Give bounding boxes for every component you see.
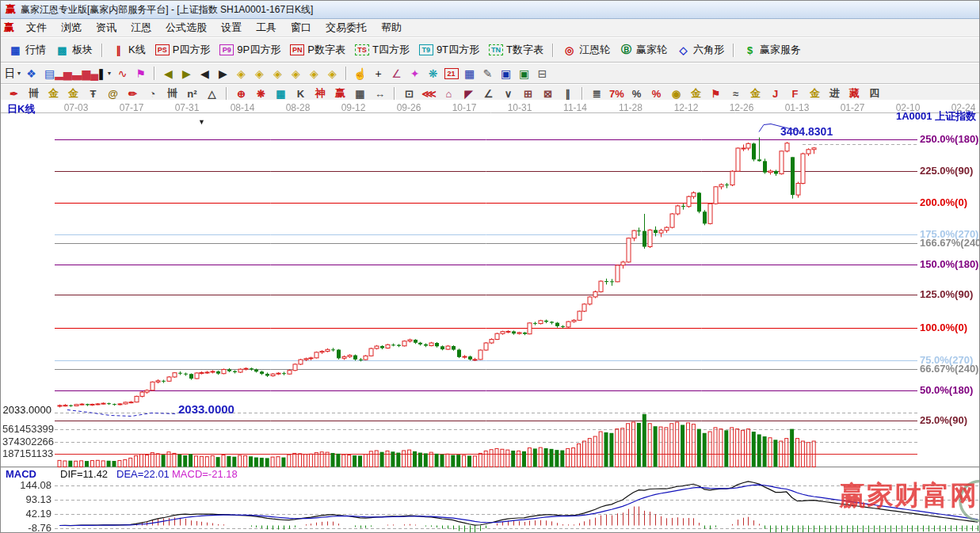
diamond-compress-icon[interactable]: ◈: [305, 65, 323, 82]
chart-area: 日K线 1A0001 上证指数 ▼ 3404.8301 2033.0000 20…: [1, 100, 980, 533]
diamond-all-icon[interactable]: ◈: [323, 65, 341, 82]
grid-comb-icon[interactable]: 卌: [24, 86, 44, 101]
red-pen-icon[interactable]: ✏: [123, 86, 143, 101]
menu-gann[interactable]: 江恩: [124, 19, 158, 36]
grid-lines-icon[interactable]: ⊞: [518, 86, 538, 101]
kline-button[interactable]: ∥K线: [107, 41, 151, 59]
first-page-icon[interactable]: ◀: [159, 65, 177, 82]
menu-file[interactable]: 文件: [19, 19, 54, 36]
parallel-lines-icon[interactable]: ∥: [558, 86, 578, 101]
fan-lines-icon[interactable]: ⋘: [419, 86, 439, 101]
wave-tool-icon[interactable]: ❋: [424, 65, 442, 82]
menu-browse[interactable]: 浏览: [54, 19, 89, 36]
p-square-button[interactable]: PSP四方形: [151, 41, 215, 59]
draw-flag-icon[interactable]: ⚑: [132, 65, 150, 82]
angle-tool-icon[interactable]: ∠: [387, 65, 406, 82]
v-lines-icon[interactable]: ∨: [498, 86, 518, 101]
f-trend-icon[interactable]: F: [785, 86, 805, 101]
diamond-up-icon[interactable]: ◈: [269, 65, 287, 82]
flag-pen-icon[interactable]: ⚑: [706, 86, 726, 101]
gold-square-2-icon[interactable]: 金: [63, 86, 83, 101]
9p-square-button[interactable]: P99P四方形: [215, 41, 285, 59]
p-number-table-button[interactable]: PNP数字表: [285, 41, 350, 59]
measure-icon[interactable]: ↔: [370, 86, 390, 101]
notes-icon[interactable]: ✎: [479, 65, 497, 82]
jin-trend-icon[interactable]: 进: [825, 86, 845, 101]
percent-table-icon[interactable]: ≣: [587, 86, 607, 101]
gold-lines-icon[interactable]: 金: [686, 86, 706, 101]
gold-trend-icon[interactable]: 金: [805, 86, 825, 101]
print-icon[interactable]: ⊟: [533, 65, 551, 82]
gann-draw-icon[interactable]: ✦: [406, 65, 424, 82]
hand-tool-icon[interactable]: ☝: [351, 65, 369, 82]
gold-2-icon[interactable]: 金: [745, 86, 765, 101]
quotes-button[interactable]: ▦行情: [4, 41, 51, 59]
percent-icon[interactable]: %: [627, 86, 646, 101]
j-trend-icon[interactable]: J: [765, 86, 785, 101]
diamond-left-icon[interactable]: ◈: [232, 65, 250, 82]
calendar-icon[interactable]: 21: [442, 65, 460, 82]
grid-target-icon[interactable]: ▦: [271, 86, 291, 101]
frame-tool-icon[interactable]: ⊡: [399, 86, 419, 101]
f-grid-icon[interactable]: Ŧ: [83, 86, 103, 101]
p-number-table-icon: PN: [290, 44, 304, 55]
chart-9-icon[interactable]: ▃▆▄: [77, 65, 95, 82]
si-trend-icon[interactable]: 四: [864, 86, 884, 101]
pentagon-icon[interactable]: ⌂: [439, 86, 459, 101]
spiral-icon[interactable]: @: [103, 86, 123, 101]
time-circle-icon[interactable]: ◔: [143, 86, 162, 101]
next-bar-icon[interactable]: ▶: [214, 65, 232, 82]
network-icon[interactable]: ❖: [22, 65, 40, 82]
save-icon[interactable]: ▣: [497, 65, 515, 82]
calculator-icon[interactable]: ▦: [460, 65, 479, 82]
prev-bar-icon[interactable]: ◀: [196, 65, 214, 82]
9t-square-button[interactable]: T99T四方形: [414, 41, 484, 59]
gann-pen-icon[interactable]: ✒: [4, 86, 24, 101]
sectors-button[interactable]: ▩板块: [51, 41, 97, 59]
menu-tools[interactable]: 工具: [249, 19, 284, 36]
diamond-right-icon[interactable]: ◈: [250, 65, 269, 82]
kline-icon: ∥: [112, 44, 125, 56]
ying-tool-icon[interactable]: 赢: [330, 86, 350, 101]
square-fan-icon[interactable]: ◤: [459, 86, 479, 101]
n-square-icon[interactable]: n²: [182, 86, 202, 101]
grid-arrow-icon[interactable]: ⊠: [538, 86, 558, 101]
percent-lines-icon[interactable]: %: [646, 86, 666, 101]
wave-lines-glyph: ≈: [733, 88, 738, 100]
wave-lines-icon[interactable]: ≈: [726, 86, 745, 101]
diamond-expand-icon[interactable]: ◈: [287, 65, 305, 82]
menu-news[interactable]: 资讯: [89, 19, 124, 36]
menu-settings[interactable]: 设置: [214, 19, 249, 36]
menu-formula-picker[interactable]: 公式选股: [158, 19, 214, 36]
gold-circle-icon[interactable]: ◉: [666, 86, 686, 101]
hexagon-button[interactable]: ◇六角形: [672, 41, 729, 59]
grid-number-icon[interactable]: ▦: [350, 86, 370, 101]
angle-tool-glyph: ∠: [391, 67, 402, 80]
last-page-icon[interactable]: ▶: [177, 65, 196, 82]
circle-cross-icon[interactable]: ⊕: [231, 86, 251, 101]
gold-square-icon[interactable]: 金: [44, 86, 63, 101]
angle-lines-icon[interactable]: ∠: [479, 86, 498, 101]
winner-service-button[interactable]: $赢家服务: [738, 41, 806, 59]
period-day-icon[interactable]: 日▼: [4, 65, 22, 82]
menu-window[interactable]: 窗口: [284, 19, 318, 36]
shen-tool-icon[interactable]: 神: [311, 86, 330, 101]
quotes-label: 行情: [25, 43, 46, 57]
menu-help[interactable]: 帮助: [374, 19, 409, 36]
gann-wheel-button[interactable]: ◎江恩轮: [558, 41, 615, 59]
9t-square-label: 9T四方形: [437, 43, 479, 57]
gann-web-icon[interactable]: ❋: [251, 86, 271, 101]
save-web-icon[interactable]: ▣: [515, 65, 533, 82]
t-square-button[interactable]: TST四方形: [350, 41, 414, 59]
comb-2-icon[interactable]: 卌: [162, 86, 182, 101]
cang-trend-icon[interactable]: 藏: [845, 86, 864, 101]
winner-wheel-button[interactable]: Ⓑ赢家轮: [615, 41, 672, 59]
seven-percent-icon[interactable]: 7%: [607, 86, 627, 101]
t-number-table-button[interactable]: TNT数字表: [484, 41, 548, 59]
k-mark-icon[interactable]: K: [291, 86, 311, 101]
candle-style-icon[interactable]: ❚▼: [95, 65, 113, 82]
adjust-icon[interactable]: ∿: [113, 65, 132, 82]
angle-mirror-icon[interactable]: △: [202, 86, 222, 101]
crosshair-icon[interactable]: +: [369, 65, 387, 82]
menu-trade-entrust[interactable]: 交易委托: [318, 19, 374, 36]
